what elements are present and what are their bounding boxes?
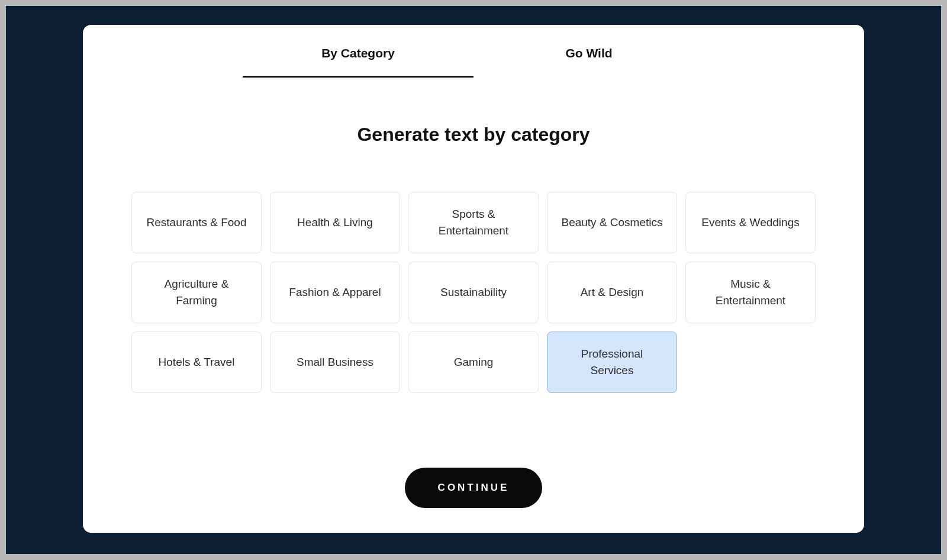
continue-button[interactable]: CONTINUE — [405, 468, 543, 508]
tab-by-category[interactable]: By Category — [243, 46, 474, 78]
generator-modal: By Category Go Wild Generate text by cat… — [83, 25, 864, 533]
category-hotels-travel[interactable]: Hotels & Travel — [131, 332, 262, 393]
category-agriculture-farming[interactable]: Agriculture & Farming — [131, 262, 262, 323]
category-grid: Restaurants & Food Health & Living Sport… — [131, 192, 816, 393]
category-professional-services[interactable]: Professional Services — [547, 332, 677, 393]
category-fashion-apparel[interactable]: Fashion & Apparel — [270, 262, 400, 323]
page-title: Generate text by category — [357, 124, 590, 146]
category-sports-entertainment[interactable]: Sports & Entertainment — [408, 192, 539, 253]
category-restaurants-food[interactable]: Restaurants & Food — [131, 192, 262, 253]
app-backdrop: By Category Go Wild Generate text by cat… — [6, 6, 941, 554]
category-sustainability[interactable]: Sustainability — [408, 262, 539, 323]
category-beauty-cosmetics[interactable]: Beauty & Cosmetics — [547, 192, 677, 253]
category-small-business[interactable]: Small Business — [270, 332, 400, 393]
category-health-living[interactable]: Health & Living — [270, 192, 400, 253]
category-music-entertainment[interactable]: Music & Entertainment — [685, 262, 816, 323]
category-gaming[interactable]: Gaming — [408, 332, 539, 393]
category-art-design[interactable]: Art & Design — [547, 262, 677, 323]
category-events-weddings[interactable]: Events & Weddings — [685, 192, 816, 253]
tab-go-wild[interactable]: Go Wild — [474, 46, 704, 78]
mode-tabs: By Category Go Wild — [243, 25, 704, 78]
